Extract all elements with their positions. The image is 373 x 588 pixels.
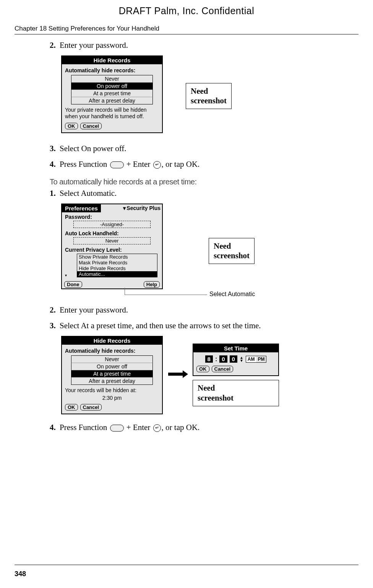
annotation-leader-line — [125, 288, 125, 295]
step-number: 3. — [50, 144, 60, 153]
minute-ones-field[interactable]: 0 — [230, 355, 237, 363]
preferences-screenshot: Preferences ▾Security Plus Password: -As… — [61, 204, 163, 289]
need-screenshot-note-2: Need screenshot — [209, 238, 255, 264]
dialog-title: Hide Records — [62, 56, 162, 64]
hidden-at-label: Your records will be hidden at: — [65, 387, 159, 393]
step-text: Select On power off. — [60, 144, 350, 153]
page-number: 348 — [15, 570, 26, 578]
header-divider — [15, 34, 358, 34]
chapter-header: Chapter 18 Setting Preferences for Your … — [15, 25, 358, 33]
step-b1: 1. Select Automatic. — [50, 189, 350, 198]
function-key-icon — [110, 161, 124, 168]
cancel-button[interactable]: Cancel — [80, 123, 102, 129]
step-text: Press Function + Enter , or tap OK. — [60, 160, 350, 169]
option-never[interactable]: Never — [71, 356, 152, 363]
step-text: Press Function + Enter , or tap OK. — [60, 423, 350, 432]
step-number: 4. — [50, 423, 60, 432]
hide-records-screenshot-2: Hide Records Automatically hide records:… — [61, 336, 163, 414]
option-on-power-off[interactable]: On power off — [71, 363, 152, 370]
privacy-option-hide[interactable]: Hide Private Records — [77, 265, 157, 271]
hide-records-screenshot-1: Hide Records Automatically hide records:… — [61, 55, 163, 133]
step-text: Select Automatic. — [60, 189, 350, 198]
option-on-power-off[interactable]: On power off — [71, 83, 152, 90]
set-time-screenshot: Set Time 8 : 0 0 ▲▼ AM PM OK — [193, 344, 279, 376]
ok-button[interactable]: OK — [65, 404, 78, 410]
enter-key-icon — [153, 161, 161, 169]
privacy-level-label: Current Privacy Level: — [65, 247, 159, 253]
hidden-at-time[interactable]: 2:30 pm — [65, 395, 159, 401]
option-preset-time[interactable]: At a preset time — [71, 370, 152, 378]
arrow-icon — [167, 370, 188, 380]
set-time-title: Set Time — [193, 344, 278, 352]
step-4: 4. Press Function + Enter , or tap OK. — [50, 160, 350, 169]
option-preset-delay[interactable]: After a preset delay — [71, 378, 152, 384]
dialog-title: Hide Records — [62, 337, 162, 345]
step-3: 3. Select On power off. — [50, 144, 350, 153]
step-b3: 3. Select At a preset time, and then use… — [50, 321, 350, 331]
ok-button[interactable]: OK — [196, 366, 209, 372]
auto-hide-label: Automatically hide records: — [65, 348, 159, 354]
autolock-label: Auto Lock Handheld: — [65, 230, 159, 236]
privacy-popup[interactable]: Show Private Records Mask Private Record… — [77, 254, 157, 277]
minute-tens-field[interactable]: 0 — [219, 355, 227, 363]
password-label: Password: — [65, 214, 159, 220]
svg-marker-1 — [183, 370, 188, 378]
prefs-category-dropdown[interactable]: ▾Security Plus — [122, 204, 162, 212]
option-never[interactable]: Never — [71, 75, 152, 83]
cancel-button[interactable]: Cancel — [212, 366, 234, 372]
auto-hide-label: Automatically hide records: — [65, 67, 159, 73]
privacy-option-automatic[interactable]: Automatic... — [77, 271, 157, 277]
ok-button[interactable]: OK — [65, 123, 78, 129]
done-button[interactable]: Done — [64, 281, 82, 288]
option-list[interactable]: Never On power off At a preset time Afte… — [71, 75, 153, 104]
subheading-auto-hide-preset: To automatically hide records at a prese… — [50, 178, 350, 186]
cancel-button[interactable]: Cancel — [80, 404, 102, 410]
time-spinner[interactable]: ▲▼ — [240, 356, 243, 362]
step-number: 2. — [50, 41, 60, 50]
option-preset-time[interactable]: At a preset time — [71, 90, 152, 97]
need-screenshot-note-1: Need screenshot — [186, 83, 232, 109]
function-key-icon — [110, 425, 124, 432]
prefs-title-tab: Preferences — [62, 204, 101, 212]
step-number: 1. — [50, 189, 60, 198]
step-b4: 4. Press Function + Enter , or tap OK. — [50, 423, 350, 432]
help-text: Your private records will be hidden when… — [65, 107, 159, 120]
password-field[interactable]: -Assigned- — [73, 221, 151, 228]
hour-field[interactable]: 8 — [205, 355, 213, 363]
step-text: Enter your password. — [60, 41, 350, 50]
step-2: 2. Enter your password. — [50, 41, 350, 50]
annotation-leader-line — [125, 295, 207, 295]
privacy-option-show[interactable]: Show Private Records — [77, 254, 157, 260]
step-text: Select At a preset time, and then use th… — [60, 321, 350, 331]
option-list[interactable]: Never On power off At a preset time Afte… — [71, 355, 153, 385]
need-screenshot-note-3: Need screenshot — [193, 380, 279, 406]
help-button[interactable]: Help — [144, 281, 160, 288]
enter-key-icon — [153, 424, 161, 432]
annotation-select-automatic: Select Automatic — [209, 291, 255, 298]
step-number: 4. — [50, 160, 60, 169]
autolock-field[interactable]: Never — [73, 237, 151, 244]
step-text: Enter your password. — [60, 305, 350, 315]
privacy-option-mask[interactable]: Mask Private Records — [77, 260, 157, 265]
step-number: 3. — [50, 321, 60, 331]
step-b2: 2. Enter your password. — [50, 305, 350, 315]
footer-divider — [15, 565, 358, 565]
am-pm-toggle[interactable]: AM PM — [246, 356, 267, 363]
draft-watermark: DRAFT Palm, Inc. Confidential — [0, 0, 373, 16]
step-number: 2. — [50, 305, 60, 315]
option-preset-delay[interactable]: After a preset delay — [71, 97, 152, 104]
